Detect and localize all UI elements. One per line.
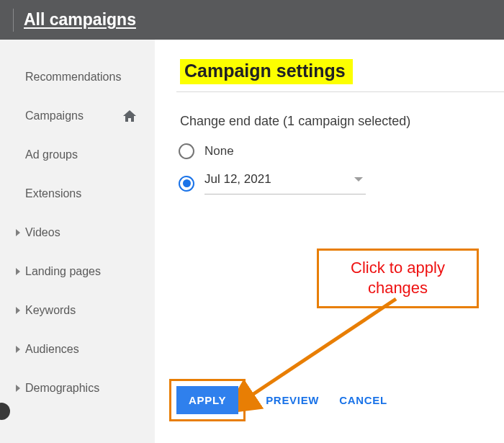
sidebar-item-extensions[interactable]: Extensions [0, 174, 155, 213]
end-date-dropdown[interactable]: Jul 12, 2021 [204, 172, 366, 194]
annotation-callout: Click to apply changes [317, 249, 479, 308]
radio-icon [179, 143, 194, 159]
radio-option-none[interactable]: None [179, 143, 504, 159]
breadcrumb-all-campaigns[interactable]: All campaigns [24, 10, 136, 30]
radio-option-date[interactable]: Jul 12, 2021 [179, 172, 366, 194]
sidebar-item-label: Audiences [25, 343, 79, 356]
caret-right-icon [16, 268, 20, 275]
home-icon [123, 110, 136, 122]
sidebar-item-recommendations[interactable]: Recommendations [0, 58, 155, 97]
sidebar-item-landing-pages[interactable]: Landing pages [0, 252, 155, 291]
apply-highlight-box: APPLY [169, 379, 246, 421]
sidebar-item-videos[interactable]: Videos [0, 213, 155, 252]
topbar-divider [13, 9, 14, 32]
sidebar: Recommendations Campaigns Ad groups Exte… [0, 40, 155, 443]
apply-button[interactable]: APPLY [176, 386, 238, 414]
cancel-button[interactable]: CANCEL [339, 394, 387, 406]
section-subheading: Change end date (1 campaign selected) [180, 114, 504, 129]
chevron-down-icon [354, 177, 363, 182]
content-area: Campaign settings Change end date (1 cam… [155, 40, 504, 443]
radio-label: None [204, 144, 234, 158]
sidebar-item-ad-groups[interactable]: Ad groups [0, 135, 155, 174]
sidebar-item-demographics[interactable]: Demographics [0, 369, 155, 408]
sidebar-item-campaigns[interactable]: Campaigns [0, 97, 155, 135]
sidebar-item-audiences[interactable]: Audiences [0, 330, 155, 369]
preview-button[interactable]: PREVIEW [266, 394, 319, 406]
caret-right-icon [16, 385, 20, 392]
sidebar-item-label: Campaigns [25, 109, 84, 122]
sidebar-item-label: Keywords [25, 304, 76, 317]
sidebar-item-label: Landing pages [25, 265, 101, 278]
caret-right-icon [16, 229, 20, 236]
annotation-text: Click to apply changes [351, 259, 445, 297]
sidebar-item-label: Ad groups [25, 148, 78, 161]
topbar: All campaigns [0, 0, 504, 40]
sidebar-item-label: Demographics [25, 382, 99, 395]
action-bar: APPLY PREVIEW CANCEL [169, 379, 387, 421]
radio-icon-selected [179, 176, 194, 192]
sidebar-item-label: Recommendations [25, 71, 121, 84]
caret-right-icon [16, 307, 20, 314]
divider [176, 91, 504, 92]
sidebar-item-label: Extensions [25, 187, 81, 200]
end-date-value: Jul 12, 2021 [204, 172, 271, 187]
caret-right-icon [16, 346, 20, 353]
page-title: Campaign settings [180, 59, 353, 84]
sidebar-item-label: Videos [25, 226, 60, 239]
sidebar-item-keywords[interactable]: Keywords [0, 291, 155, 330]
